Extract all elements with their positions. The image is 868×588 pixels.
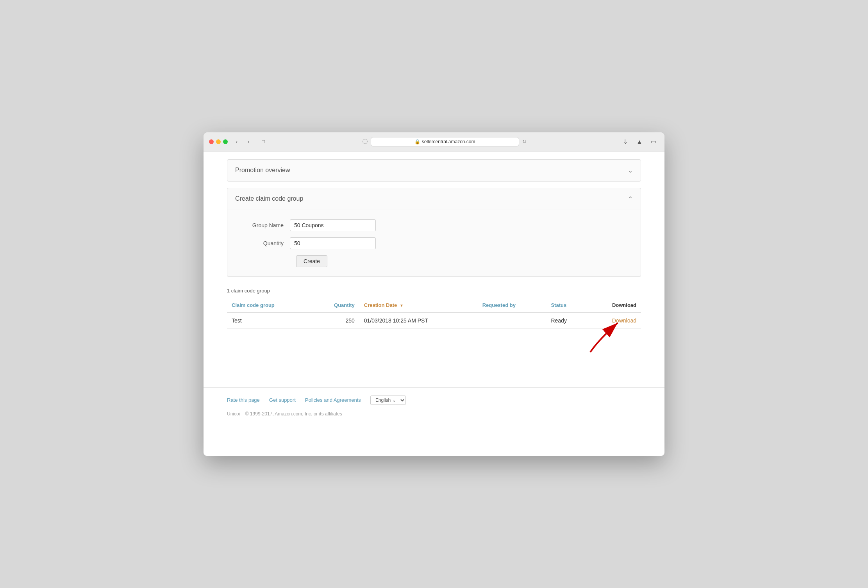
get-support-link[interactable]: Get support — [269, 397, 296, 403]
cell-status: Ready — [546, 312, 587, 329]
col-header-download: Download — [587, 298, 641, 312]
col-header-requested-by: Requested by — [478, 298, 547, 312]
copyright-text: © 1999-2017, Amazon.com, Inc. or its aff… — [245, 411, 342, 417]
language-selector[interactable]: English ⌄ — [370, 396, 406, 405]
traffic-light-green[interactable] — [223, 139, 228, 144]
cell-creation-date: 01/03/2018 10:25 AM PST — [359, 312, 478, 329]
address-bar[interactable]: 🔒 sellercentral.amazon.com — [371, 137, 519, 146]
create-claim-code-header[interactable]: Create claim code group ⌃ — [227, 188, 641, 210]
col-header-claim-code-group: Claim code group — [227, 298, 311, 312]
quantity-row: Quantity — [239, 237, 629, 249]
table-header-row: Claim code group Quantity Creation Date … — [227, 298, 641, 312]
refresh-icon[interactable]: ↻ — [522, 139, 527, 144]
page-footer: Rate this page Get support Policies and … — [204, 387, 664, 424]
chevron-up-icon: ⌃ — [628, 195, 633, 203]
browser-chrome: ‹ › □ ⓘ 🔒 sellercentral.amazon.com ↻ ⇓ ▲… — [204, 132, 664, 151]
chevron-down-icon: ⌄ — [628, 167, 633, 174]
group-name-input[interactable] — [290, 219, 376, 231]
lock-icon: 🔒 — [414, 139, 420, 144]
create-button-row: Create — [239, 255, 629, 267]
annotation-container — [227, 329, 641, 368]
forward-button[interactable]: › — [243, 137, 254, 147]
policies-agreements-link[interactable]: Policies and Agreements — [305, 397, 361, 403]
cell-quantity: 250 — [311, 312, 359, 329]
download-toolbar-icon[interactable]: ⇓ — [620, 136, 631, 147]
footer-copyright: Unicoi © 1999-2017, Amazon.com, Inc. or … — [227, 411, 641, 417]
col-header-quantity: Quantity — [311, 298, 359, 312]
table-row: Test 250 01/03/2018 10:25 AM PST Ready D… — [227, 312, 641, 329]
sort-arrow-icon: ▼ — [400, 303, 404, 308]
page-content: Promotion overview ⌄ Create claim code g… — [204, 151, 664, 456]
toolbar-right: ⇓ ▲ ▭ — [620, 136, 659, 147]
rate-page-link[interactable]: Rate this page — [227, 397, 260, 403]
back-button[interactable]: ‹ — [232, 137, 242, 147]
claim-code-table: Claim code group Quantity Creation Date … — [227, 298, 641, 329]
promotion-overview-section[interactable]: Promotion overview ⌄ — [227, 159, 641, 182]
traffic-light-red[interactable] — [209, 139, 214, 144]
footer-links: Rate this page Get support Policies and … — [227, 396, 641, 405]
nav-buttons: ‹ › — [232, 137, 254, 147]
create-claim-code-title: Create claim code group — [235, 195, 303, 202]
group-name-row: Group Name — [239, 219, 629, 231]
quantity-label: Quantity — [239, 240, 290, 246]
create-button[interactable]: Create — [296, 255, 327, 267]
share-icon[interactable]: ▲ — [634, 136, 645, 147]
promotion-overview-title: Promotion overview — [235, 167, 290, 174]
browser-window: ‹ › □ ⓘ 🔒 sellercentral.amazon.com ↻ ⇓ ▲… — [204, 132, 664, 456]
traffic-light-yellow[interactable] — [216, 139, 221, 144]
col-header-creation-date[interactable]: Creation Date ▼ — [359, 298, 478, 312]
red-arrow-annotation — [586, 317, 633, 356]
col-header-status: Status — [546, 298, 587, 312]
tabs-icon[interactable]: ▭ — [648, 136, 659, 147]
traffic-lights — [209, 139, 228, 144]
url-text: sellercentral.amazon.com — [422, 139, 475, 144]
tab-button[interactable]: □ — [257, 137, 269, 147]
create-claim-code-body: Group Name Quantity Create — [227, 210, 641, 276]
address-bar-container: ⓘ 🔒 sellercentral.amazon.com ↻ — [273, 137, 616, 146]
info-icon: ⓘ — [363, 138, 368, 145]
claim-count: 1 claim code group — [227, 285, 641, 294]
cell-claim-code-group: Test — [227, 312, 311, 329]
create-claim-code-section: Create claim code group ⌃ Group Name Qua… — [227, 188, 641, 277]
page-inner: Promotion overview ⌄ Create claim code g… — [204, 151, 664, 387]
copyright-brand: Unicoi — [227, 411, 240, 417]
cell-requested-by — [478, 312, 547, 329]
table-section: 1 claim code group Claim code group Quan… — [227, 285, 641, 376]
group-name-label: Group Name — [239, 222, 290, 228]
quantity-input[interactable] — [290, 237, 376, 249]
